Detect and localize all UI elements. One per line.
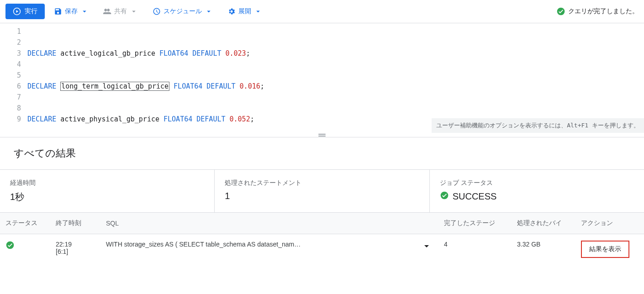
col-end-time: 終了時刻 bbox=[50, 213, 100, 234]
sql-editor[interactable]: 123456789 DECLARE active_logical_gb_pric… bbox=[0, 23, 644, 133]
col-status: ステータス bbox=[0, 213, 50, 234]
share-label: 共有 bbox=[114, 7, 127, 16]
gear-icon bbox=[227, 7, 236, 16]
play-icon bbox=[13, 7, 21, 16]
stat-elapsed: 経過時間 1秒 bbox=[0, 170, 214, 212]
deploy-label: 展開 bbox=[238, 7, 251, 16]
bytes-value: 3.32 GB bbox=[512, 234, 575, 265]
sql-preview: WITH storage_sizes AS ( SELECT table_sch… bbox=[100, 234, 416, 265]
table-row: 22:19 [6:1] WITH storage_sizes AS ( SELE… bbox=[0, 234, 644, 265]
col-sql: SQL bbox=[100, 213, 416, 234]
results-table: ステータス 終了時刻 SQL 完了したステージ 処理されたバイ アクション 22… bbox=[0, 213, 644, 264]
chevron-down-icon[interactable] bbox=[421, 241, 432, 252]
check-circle-icon bbox=[556, 7, 565, 16]
accessibility-hint: ユーザー補助機能のオプションを表示するには、Alt+F1 キーを押します。 bbox=[432, 118, 644, 133]
results-title: すべての結果 bbox=[0, 137, 644, 169]
stat-statements: 処理されたステートメント 1 bbox=[214, 170, 429, 212]
svg-point-4 bbox=[440, 192, 448, 200]
caret-down-icon bbox=[80, 7, 89, 16]
cursor-pos: [6:1] bbox=[56, 248, 95, 255]
run-label: 実行 bbox=[25, 7, 37, 16]
svg-point-1 bbox=[557, 8, 565, 16]
share-button[interactable]: 共有 bbox=[98, 4, 143, 19]
share-icon bbox=[103, 7, 111, 16]
schedule-button[interactable]: スケジュール bbox=[147, 4, 218, 19]
deploy-button[interactable]: 展開 bbox=[222, 4, 268, 19]
stages-value: 4 bbox=[438, 234, 512, 265]
save-button[interactable]: 保存 bbox=[48, 4, 94, 19]
query-status-text: クエリが完了しました。 bbox=[568, 7, 639, 16]
line-gutter: 123456789 bbox=[0, 23, 27, 133]
caret-down-icon bbox=[205, 7, 213, 16]
stats-row: 経過時間 1秒 処理されたステートメント 1 ジョブ ステータス SUCCESS bbox=[0, 169, 644, 213]
svg-rect-2 bbox=[318, 134, 326, 135]
run-button[interactable]: 実行 bbox=[5, 4, 45, 19]
caret-down-icon bbox=[254, 7, 262, 16]
resize-handle[interactable] bbox=[0, 133, 644, 137]
svg-point-5 bbox=[6, 242, 14, 249]
save-icon bbox=[54, 7, 62, 16]
col-bytes: 処理されたバイ bbox=[512, 213, 575, 234]
clock-icon bbox=[153, 7, 161, 16]
end-time: 22:19 bbox=[56, 241, 95, 248]
check-circle-icon bbox=[5, 244, 15, 251]
stat-job-status: ジョブ ステータス SUCCESS bbox=[429, 170, 644, 212]
save-label: 保存 bbox=[65, 7, 78, 16]
schedule-label: スケジュール bbox=[164, 7, 202, 16]
query-status: クエリが完了しました。 bbox=[556, 7, 639, 16]
drag-icon bbox=[317, 133, 327, 137]
view-results-button[interactable]: 結果を表示 bbox=[581, 241, 629, 258]
svg-rect-3 bbox=[318, 136, 326, 136]
code-area[interactable]: DECLARE active_logical_gb_price FLOAT64 … bbox=[27, 23, 644, 133]
col-stages: 完了したステージ bbox=[438, 213, 512, 234]
col-action: アクション bbox=[575, 213, 644, 234]
caret-down-icon bbox=[130, 7, 138, 16]
toolbar: 実行 保存 共有 スケジュール 展開 クエリが完了しました。 bbox=[0, 0, 644, 23]
check-circle-icon bbox=[440, 191, 449, 202]
